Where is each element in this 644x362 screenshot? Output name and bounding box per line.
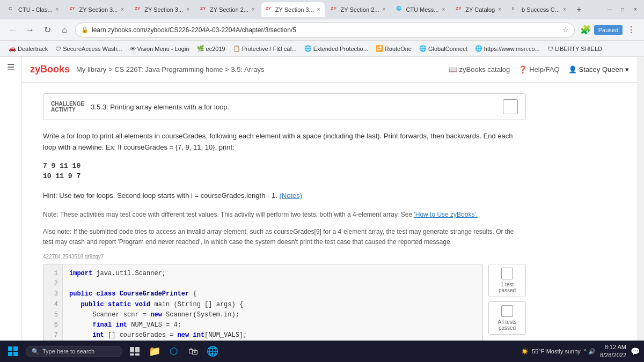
test-1-icon [501,268,513,279]
bookmark-icon-vision: 👁 [130,46,136,52]
bookmark-icon-liberty: 🛡 [547,46,553,52]
tab-close-zy1[interactable]: × [121,6,124,12]
tab-favicon-zy2: ZY [135,6,142,13]
bookmark-extended[interactable]: 🌐 Extended Protectio... [301,43,371,54]
code-editor[interactable]: 12345678910 import java.util.Scanner; pu… [43,264,483,341]
tab-zy4-active[interactable]: ZY ZY Section 3... × [261,2,325,17]
tab-close-zy5[interactable]: × [383,6,386,12]
notes-link[interactable]: (Notes) [279,191,302,200]
forward-button[interactable]: → [24,24,36,36]
tab-close-success[interactable]: × [563,6,566,12]
tab-close-catalog[interactable]: × [498,6,501,12]
how-to-link[interactable]: 'How to Use zyBooks'. [414,211,478,218]
code-line-area: 12345678910 import java.util.Scanner; pu… [43,264,482,341]
maximize-button[interactable]: □ [618,5,627,14]
back-button[interactable]: ← [6,24,19,36]
search-bar[interactable]: 🔍 Type here to search [26,346,122,357]
tab-success[interactable]: b b Success C... × [508,2,570,17]
taskbar-icon-edge[interactable]: ⬡ [165,343,182,360]
tab-favicon-ctu2: 🌐 [396,6,404,13]
tab-close-zy3[interactable]: × [252,6,255,12]
new-tab-button[interactable]: + [573,3,586,16]
bookmark-vision[interactable]: 👁 Vision Menu - Login [127,44,193,54]
tab-ctu[interactable]: C CTU - Clas... × [4,2,63,17]
chevron-down-icon: ▾ [625,65,629,73]
bookmark-routeone[interactable]: 🔁 RouteOne [372,43,415,54]
taskbar-icon-task-view[interactable] [127,343,144,360]
minimize-button[interactable]: — [605,5,614,14]
paused-button[interactable]: Paused [594,25,623,35]
search-icon: 🔍 [32,348,39,355]
menu-button[interactable]: ⋮ [625,24,638,36]
test-2-sublabel: passed [493,325,521,331]
bookmark-ec2019[interactable]: 🌿 ec2019 [194,43,229,54]
challenge-header: CHALLENGE ACTIVITY 3.5.3: Printing array… [43,93,526,120]
catalog-icon: 📖 [449,65,457,73]
main-content: zyBooks My library > CS 226T: Java Progr… [21,57,638,341]
bookmark-protective[interactable]: 📋 Protective / F&I caf... [230,43,300,54]
test-1-sublabel: passed [493,287,521,293]
bookmark-icon-globalconnect: 🌐 [419,45,427,52]
tab-favicon-catalog: ZY [456,6,463,13]
time: 8:12 AM [600,343,626,351]
taskbar-icon-chrome[interactable]: 🌐 [204,343,221,360]
challenge-area: CHALLENGE ACTIVITY 3.5.3: Printing array… [21,83,547,341]
url-text: learn.zybooks.com/zybook/CS226-2204A-03-… [92,26,296,34]
bookmark-msn[interactable]: 🌐 https://www.msn.co... [472,43,543,54]
bookmark-secureaccess[interactable]: 🛡 SecureAccess Wash... [52,44,125,54]
title-bar: C CTU - Clas... × ZY ZY Section 3... × Z… [0,0,644,19]
bookmark-dealertrack[interactable]: 🚗 Dealertrack [5,43,51,54]
challenge-description: Write a for loop to print all elements i… [43,131,526,153]
challenge-labels: CHALLENGE ACTIVITY [51,101,84,113]
bookmark-globalconnect[interactable]: 🌐 GlobalConnect [416,43,471,54]
tab-catalog[interactable]: ZY ZY Catalog × [451,2,506,17]
tab-zy2[interactable]: ZY ZY Section 3... × [130,2,194,17]
right-scrollbar[interactable] [638,57,644,341]
tab-close-zy4[interactable]: × [317,6,320,12]
extensions-button[interactable]: 🧩 [579,24,592,36]
help-button[interactable]: ❓ Help/FAQ [518,65,559,73]
user-button[interactable]: 👤 Stacey Queen ▾ [568,65,629,73]
catalog-button[interactable]: 📖 zyBooks catalog [449,65,510,73]
home-button[interactable]: ⌂ [58,24,71,36]
taskbar-icon-file-explorer[interactable]: 📁 [146,343,163,360]
zy-topbar: zyBooks My library > CS 226T: Java Progr… [21,57,638,83]
start-button[interactable] [4,343,21,360]
challenge-bottom-label: ACTIVITY [51,107,84,113]
close-button[interactable]: × [631,5,640,14]
url-bar[interactable]: 🔒 learn.zybooks.com/zybook/CS226-2204A-0… [75,23,575,38]
tab-zy3[interactable]: ZY ZY Section 2... × [196,2,259,17]
notification-icon[interactable]: 💬 [631,347,640,356]
search-placeholder: Type here to search [42,348,94,354]
bookmark-star-icon[interactable]: ☆ [562,26,569,34]
topbar-right: 📖 zyBooks catalog ❓ Help/FAQ 👤 Stacey Qu… [449,65,629,73]
challenge-title: 3.5.3: Printing array elements with a fo… [91,103,229,111]
taskbar-icons: 📁 ⬡ 🛍 🌐 [127,343,221,360]
code-editor-wrapper: 12345678910 import java.util.Scanner; pu… [43,264,526,341]
tab-favicon-zy3: ZY [200,6,208,13]
tab-close-ctu[interactable]: × [56,6,59,12]
taskbar-icon-store[interactable]: 🛍 [185,343,202,360]
example-line-2: 10 11 9 7 [43,171,526,182]
tab-ctu2[interactable]: 🌐 CTU Mess... × [392,2,449,17]
tab-zy1[interactable]: ZY ZY Section 3... × [65,2,128,17]
tab-close-ctu2[interactable]: × [442,6,445,12]
weather-icon: ☀️ [521,348,529,355]
reload-button[interactable]: ↻ [41,24,54,36]
tab-close-zy2[interactable]: × [186,6,189,12]
svg-rect-1 [13,346,18,351]
svg-rect-4 [130,347,134,352]
user-icon: 👤 [568,65,577,73]
sidebar-toggle[interactable]: ☰ [0,57,21,341]
tab-zy5[interactable]: ZY ZY Section 2... × [327,2,390,17]
test-2-icon [501,305,513,317]
bookmark-liberty[interactable]: 🛡 LIBERTY SHIELD [544,44,605,54]
bookmark-icon-dealertrack: 🚗 [9,45,16,52]
svg-rect-6 [130,353,134,356]
test-2-label: All tests [493,319,521,325]
address-bar: ← → ↻ ⌂ 🔒 learn.zybooks.com/zybook/CS226… [0,19,644,41]
tray-icons: ^ 🔊 [584,348,596,355]
code-content[interactable]: import java.util.Scanner; public class C… [63,264,482,341]
tab-label-zy4: ZY Section 3... [275,6,314,13]
svg-rect-7 [135,353,140,356]
